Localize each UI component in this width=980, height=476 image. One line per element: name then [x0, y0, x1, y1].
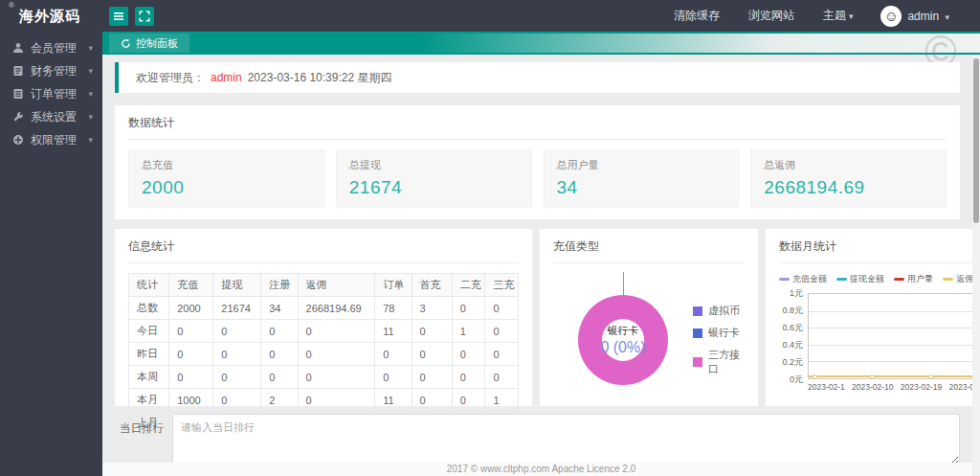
- scrollbar-thumb[interactable]: [973, 58, 979, 223]
- legend-label: 虚拟币: [708, 304, 740, 318]
- table-cell: 3: [412, 297, 452, 320]
- fullscreen-icon: [139, 11, 150, 22]
- theme-dropdown[interactable]: 主题▾: [823, 8, 854, 24]
- welcome-banner: 欢迎管理员： admin 2023-03-16 10:39:22 星期四: [115, 62, 960, 93]
- stats-panel-title: 数据统计: [128, 115, 947, 140]
- fullscreen-button[interactable]: [135, 7, 154, 26]
- table-cell: 0: [213, 389, 261, 412]
- line-chart-title: 数据月统计: [779, 238, 972, 263]
- legend-label: 银行卡: [708, 326, 740, 340]
- header-toolbar: [109, 7, 161, 26]
- legend-label: 返佣金额: [956, 273, 972, 285]
- sidebar-item-orders[interactable]: 订单管理 ▾: [0, 82, 102, 105]
- table-cell: 0: [452, 297, 485, 320]
- line-legend-item[interactable]: 用户量: [894, 273, 933, 285]
- data-point-marker: [813, 374, 817, 379]
- pie-legend-item[interactable]: 三方接口: [693, 348, 745, 376]
- stat-card-value: 34: [557, 177, 726, 198]
- table-cell: 0: [485, 366, 519, 389]
- table-header-row: 统计充值提现注册返佣订单首充二充三充: [129, 274, 519, 297]
- y-tick-label: 1元: [790, 287, 803, 300]
- smiley-face-icon: ☺: [884, 9, 899, 23]
- legend-label: 充值金额: [792, 273, 827, 285]
- user-avatar[interactable]: ☺: [880, 6, 902, 27]
- table-header-cell: 充值: [169, 274, 213, 297]
- stat-card-recharge: 总充值 2000: [128, 149, 324, 208]
- pie-legend-item[interactable]: 银行卡: [693, 326, 745, 340]
- pie-center-name: 银行卡: [608, 324, 639, 338]
- table-row: 本周00000000: [129, 366, 519, 389]
- series-line-commission: [809, 375, 972, 377]
- monthly-stats-panel: 数据月统计 充值金额提现金额用户量返佣金额 1元0.8元0.6元0.4元0.2元…: [766, 229, 972, 406]
- table-cell: 0: [412, 343, 452, 366]
- stats-panel: 数据统计 总充值 2000 总提现 21674 总用户量 34 总返佣 2668…: [115, 105, 960, 219]
- sidebar-item-label: 财务管理: [31, 63, 88, 79]
- legend-label: 用户量: [907, 273, 933, 285]
- pie-wrap: 银行卡 0 (0%): [578, 295, 668, 385]
- vertical-scrollbar[interactable]: [972, 55, 980, 476]
- collapse-sidebar-button[interactable]: [109, 7, 128, 26]
- y-tick-label: 0.8元: [782, 305, 803, 317]
- sidebar-item-permissions[interactable]: 权限管理 ▾: [0, 128, 102, 151]
- ledger-icon: [12, 65, 24, 77]
- content-scroll-area: 欢迎管理员： admin 2023-03-16 10:39:22 星期四 数据统…: [102, 55, 972, 463]
- legend-dash-icon: [894, 278, 904, 281]
- x-tick-label: 2023-02-1: [808, 382, 845, 392]
- pie-center-value: 0 (0%): [600, 339, 645, 356]
- table-cell: 0: [298, 320, 375, 343]
- info-table: 统计充值提现注册返佣订单首充二充三充总数200021674342668194.6…: [128, 273, 519, 435]
- line-legend: 充值金额提现金额用户量返佣金额: [779, 273, 972, 285]
- legend-label: 三方接口: [708, 348, 745, 376]
- table-cell: 2668194.69: [298, 297, 375, 320]
- table-cell: 78: [375, 297, 412, 320]
- table-header-cell: 首充: [412, 274, 452, 297]
- table-cell: 本月: [129, 389, 169, 412]
- table-header-cell: 注册: [261, 274, 298, 297]
- table-cell: 0: [213, 366, 261, 389]
- table-cell: 0: [298, 343, 375, 366]
- sidebar-item-members[interactable]: 会员管理 ▾: [0, 36, 102, 59]
- line-legend-item[interactable]: 充值金额: [779, 273, 827, 285]
- y-tick-label: 0.2元: [782, 356, 803, 369]
- table-cell: 0: [261, 343, 298, 366]
- daily-rank-label: 当日排行: [115, 414, 172, 436]
- stat-card-withdraw: 总提现 21674: [336, 149, 532, 208]
- main-area: 控制面板 © 欢迎管理员： admin 2023-03-16 10:39:22 …: [102, 32, 980, 476]
- gridline: [809, 311, 972, 312]
- table-cell: 1: [485, 389, 519, 412]
- pie-legend-item[interactable]: 虚拟币: [693, 304, 745, 318]
- table-cell: 0: [375, 343, 412, 366]
- tab-control-panel[interactable]: 控制面板: [109, 34, 189, 53]
- clear-cache-link[interactable]: 清除缓存: [674, 8, 720, 24]
- data-point-marker: [870, 374, 875, 379]
- daily-rank-input[interactable]: [172, 414, 960, 463]
- table-cell: 11: [375, 320, 412, 343]
- line-legend-item[interactable]: 返佣金额: [943, 273, 972, 285]
- chevron-down-icon: ▾: [945, 12, 949, 22]
- line-legend-item[interactable]: 提现金额: [836, 273, 884, 285]
- table-header-cell: 三充: [485, 274, 519, 297]
- table-cell: 34: [261, 297, 298, 320]
- legend-dash-icon: [836, 278, 847, 281]
- table-cell: 今日: [129, 320, 169, 343]
- table-cell: 0: [375, 366, 412, 389]
- x-tick-label: 2023-02-19: [901, 382, 942, 392]
- sidebar-item-system[interactable]: 系统设置 ▾: [0, 105, 102, 128]
- tab-bar: 控制面板 ©: [102, 32, 980, 55]
- stat-card-label: 总充值: [142, 158, 311, 172]
- chevron-down-icon: ▾: [88, 43, 93, 53]
- table-cell: 0: [452, 366, 485, 389]
- table-cell: 11: [375, 389, 412, 412]
- app-title: 海外源码: [19, 8, 80, 26]
- table-cell: 21674: [213, 297, 261, 320]
- table-header-cell: 订单: [375, 274, 412, 297]
- user-name-label: admin: [907, 10, 939, 23]
- info-stats-title: 信息统计: [128, 238, 519, 263]
- table-cell: 0: [485, 320, 519, 343]
- user-menu[interactable]: admin ▾: [907, 10, 949, 23]
- sidebar-item-finance[interactable]: 财务管理 ▾: [0, 59, 102, 82]
- browse-site-link[interactable]: 浏览网站: [748, 8, 794, 24]
- stat-card-users: 总用户量 34: [544, 149, 740, 208]
- sidebar-item-label: 订单管理: [31, 86, 88, 102]
- x-axis-labels: 2023-02-12023-02-102023-02-192023-02-28: [808, 382, 972, 392]
